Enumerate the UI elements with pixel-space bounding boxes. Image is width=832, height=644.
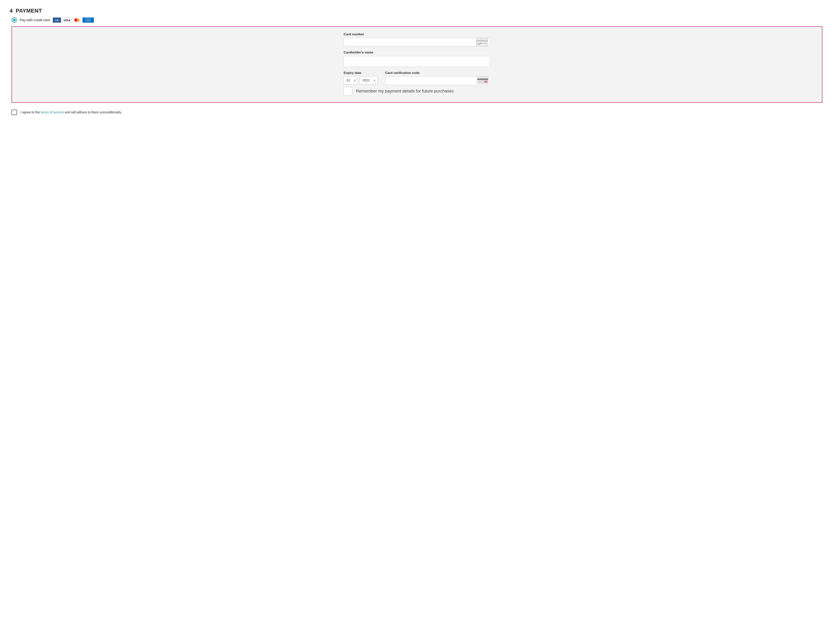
cardholder-name-input[interactable] <box>344 56 490 67</box>
svg-text:AMERICAN: AMERICAN <box>85 19 91 20</box>
remember-payment-row: Remember my payment details for future p… <box>344 87 490 95</box>
card-number-input[interactable] <box>344 38 490 46</box>
card-form-container: Card number Cardholder's name <box>11 26 822 103</box>
form-inner: Card number Cardholder's name <box>344 32 490 95</box>
cvv-label: Card verification code <box>385 71 490 75</box>
cvv-input[interactable] <box>385 77 490 85</box>
expiry-year-wrapper: 2021 2022 2023 2024 2025 2026 ∨ <box>360 77 378 84</box>
remember-payment-label: Remember my payment details for future p… <box>356 88 454 94</box>
svg-rect-17 <box>478 81 484 82</box>
expiry-label: Expiry date <box>344 71 378 75</box>
section-title: PAYMENT <box>16 8 42 14</box>
svg-rect-11 <box>476 40 488 42</box>
cvv-section: Card verification code 123 <box>385 71 490 85</box>
terms-checkbox[interactable] <box>11 110 17 115</box>
cvv-card-icon: 123 <box>477 77 488 85</box>
svg-rect-15 <box>477 77 488 83</box>
card-number-icon <box>476 38 488 46</box>
terms-text: I agree to the terms of service and will… <box>21 111 122 114</box>
svg-text:CB: CB <box>55 19 59 21</box>
cvv-wrapper: 123 <box>385 77 490 85</box>
terms-text-after: and will adhere to them unconditionally. <box>64 111 122 114</box>
svg-rect-13 <box>478 44 480 45</box>
card-number-group: Card number <box>344 32 490 46</box>
expiry-cvv-row: Expiry date 01 02 03 04 05 06 07 08 09 <box>344 71 490 85</box>
radio-inner <box>13 19 16 21</box>
expiry-section: Expiry date 01 02 03 04 05 06 07 08 09 <box>344 71 378 84</box>
card-logos: CB VISA AMERICAN EXPRESS <box>53 18 94 23</box>
svg-text:123: 123 <box>485 81 487 82</box>
svg-text:EXPRESS: EXPRESS <box>85 20 91 21</box>
expiry-selects-row: 01 02 03 04 05 06 07 08 09 10 11 12 <box>344 77 378 84</box>
cardholder-name-label: Cardholder's name <box>344 51 490 54</box>
credit-card-radio[interactable] <box>11 18 17 23</box>
svg-text:VISA: VISA <box>64 19 70 22</box>
expiry-month-wrapper: 01 02 03 04 05 06 07 08 09 10 11 12 <box>344 77 358 84</box>
expiry-month-select[interactable]: 01 02 03 04 05 06 07 08 09 10 11 12 <box>344 77 358 84</box>
payment-option-row: Pay with credit card CB VISA <box>11 18 822 23</box>
card-number-label: Card number <box>344 32 490 36</box>
card-number-wrapper <box>344 38 490 46</box>
mastercard-logo <box>73 18 81 23</box>
svg-rect-16 <box>477 78 488 80</box>
terms-row: I agree to the terms of service and will… <box>11 110 822 115</box>
section-header: 4 PAYMENT <box>10 8 822 14</box>
svg-rect-14 <box>484 43 486 44</box>
svg-rect-12 <box>478 43 483 44</box>
visa-logo: VISA <box>62 18 72 23</box>
expiry-year-select[interactable]: 2021 2022 2023 2024 2025 2026 <box>360 77 378 84</box>
svg-rect-7 <box>83 18 93 22</box>
cb-logo: CB <box>53 18 61 23</box>
section-number: 4 <box>10 8 13 14</box>
terms-text-before: I agree to the <box>21 111 41 114</box>
remember-payment-checkbox[interactable] <box>344 87 352 95</box>
cardholder-name-group: Cardholder's name <box>344 51 490 67</box>
pay-with-credit-card-label: Pay with credit card <box>20 18 50 22</box>
amex-logo: AMERICAN EXPRESS <box>82 18 94 23</box>
terms-of-service-link[interactable]: terms of service <box>41 111 64 114</box>
